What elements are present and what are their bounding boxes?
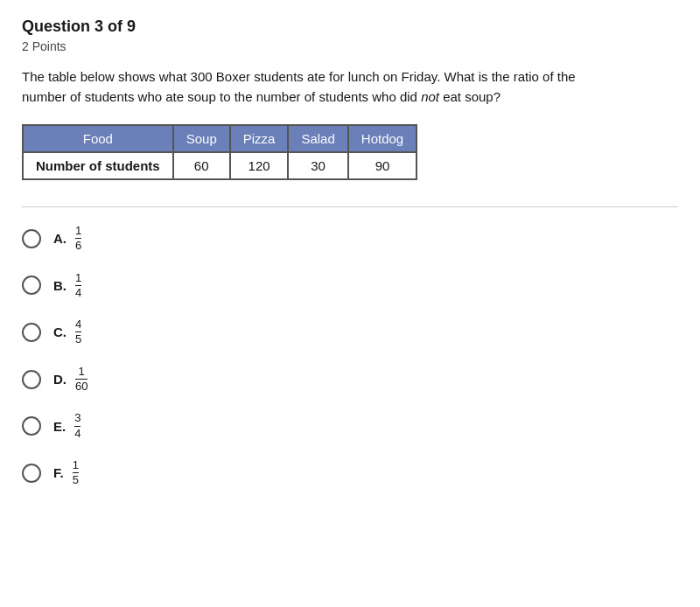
option-letter-5: F.	[53, 465, 64, 480]
radio-circle-2[interactable]	[22, 323, 41, 342]
option-label-2: C.45	[53, 318, 81, 346]
col-hotdog-header: Hotdog	[348, 125, 416, 152]
col-soup-header: Soup	[173, 125, 230, 152]
option-numerator-4: 3	[74, 412, 80, 426]
option-numerator-1: 1	[75, 272, 81, 286]
option-fraction-5: 15	[73, 459, 79, 487]
option-denominator-0: 6	[75, 239, 81, 252]
option-fraction-1: 14	[75, 272, 81, 300]
option-numerator-3: 1	[75, 366, 88, 380]
question-text: The table below shows what 300 Boxer stu…	[22, 67, 617, 107]
option-letter-3: D.	[53, 372, 66, 387]
option-item-0[interactable]: A.16	[22, 225, 678, 253]
val-pizza: 120	[230, 152, 289, 179]
option-item-1[interactable]: B.14	[22, 272, 678, 300]
val-hotdog: 90	[348, 152, 416, 179]
option-item-5[interactable]: F.15	[22, 459, 678, 487]
radio-circle-4[interactable]	[22, 416, 41, 436]
radio-circle-5[interactable]	[22, 464, 41, 483]
row-label: Number of students	[23, 152, 173, 179]
col-pizza-header: Pizza	[230, 125, 289, 152]
option-fraction-0: 16	[75, 225, 81, 253]
radio-circle-3[interactable]	[22, 370, 41, 389]
col-salad-header: Salad	[288, 125, 347, 152]
val-salad: 30	[288, 152, 347, 179]
radio-circle-1[interactable]	[22, 276, 41, 295]
option-denominator-2: 5	[75, 332, 81, 345]
option-item-2[interactable]: C.45	[22, 318, 678, 346]
option-numerator-0: 1	[75, 225, 81, 239]
option-denominator-5: 5	[73, 473, 79, 486]
option-fraction-2: 45	[75, 318, 81, 346]
option-item-4[interactable]: E.34	[22, 412, 678, 440]
option-denominator-4: 4	[74, 427, 80, 440]
divider	[22, 206, 678, 207]
col-food-header: Food	[23, 125, 173, 152]
option-label-3: D.160	[53, 366, 88, 394]
option-letter-4: E.	[53, 419, 66, 434]
option-label-1: B.14	[53, 272, 81, 300]
option-numerator-2: 4	[75, 318, 81, 332]
radio-circle-0[interactable]	[22, 229, 41, 248]
val-soup: 60	[173, 152, 230, 179]
food-table: Food Soup Pizza Salad Hotdog Number of s…	[22, 124, 417, 180]
option-letter-0: A.	[53, 231, 66, 246]
option-label-0: A.16	[53, 225, 81, 253]
points-label: 2 Points	[22, 39, 678, 53]
option-fraction-3: 160	[75, 366, 88, 394]
question-text-part2: eat soup?	[439, 89, 500, 104]
option-letter-1: B.	[53, 278, 66, 293]
option-label-4: E.34	[53, 412, 80, 440]
option-denominator-1: 4	[75, 286, 81, 299]
option-numerator-5: 1	[73, 459, 79, 473]
question-header: Question 3 of 9	[22, 17, 678, 36]
option-item-3[interactable]: D.160	[22, 366, 678, 394]
option-denominator-3: 60	[75, 380, 88, 393]
question-italic: not	[421, 89, 439, 104]
options-list: A.16B.14C.45D.160E.34F.15	[22, 225, 678, 487]
option-letter-2: C.	[53, 324, 66, 339]
option-label-5: F.15	[53, 459, 79, 487]
option-fraction-4: 34	[74, 412, 80, 440]
